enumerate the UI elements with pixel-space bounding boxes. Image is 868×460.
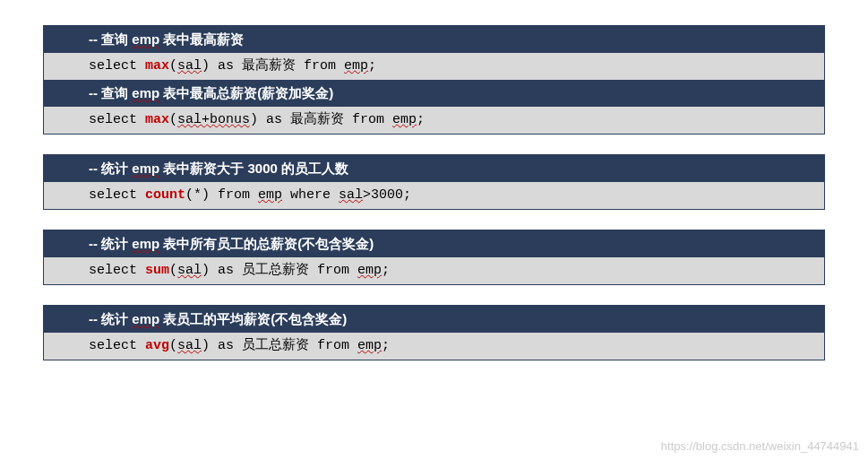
code-block: -- 统计 emp 表中薪资大于 3000 的员工人数select count(… (43, 154, 825, 210)
code-text: (*) from (185, 187, 258, 203)
code-row: select avg(sal) as 员工总薪资 from emp; (44, 333, 824, 360)
code-text: -- 查询 (89, 85, 132, 100)
underlined-token: emp (132, 31, 159, 47)
code-text: ; (417, 112, 425, 127)
sql-keyword: sum (145, 263, 169, 278)
code-text: where (282, 187, 339, 203)
sql-keyword: count (145, 187, 185, 203)
code-row: select max(sal) as 最高薪资 from emp; (44, 53, 824, 80)
underlined-token: sal (339, 187, 363, 203)
code-text: ; (368, 58, 376, 74)
code-text: ) as 最高薪资 from (202, 58, 344, 74)
sql-keyword: avg (145, 338, 169, 353)
underlined-token: emp (132, 161, 159, 176)
underlined-token: sal (177, 58, 202, 74)
code-text: ) as 最高薪资 from (250, 112, 392, 127)
underlined-token: emp (344, 58, 368, 74)
code-text: -- 统计 (89, 311, 132, 326)
comment-row: -- 统计 emp 表员工的平均薪资(不包含奖金) (44, 306, 824, 333)
code-text: select (89, 58, 145, 74)
sql-keyword: max (145, 58, 169, 74)
comment-row: -- 统计 emp 表中薪资大于 3000 的员工人数 (44, 155, 824, 182)
code-text: 表中薪资大于 3000 的员工人数 (159, 161, 348, 176)
underlined-token: emp (357, 338, 382, 353)
code-text: 表中最高总薪资(薪资加奖金) (159, 85, 333, 100)
code-text: ( (169, 338, 177, 353)
code-text: ; (382, 263, 390, 278)
code-text: 表员工的平均薪资(不包含奖金) (159, 311, 347, 326)
code-text: ) as 员工总薪资 from (202, 338, 357, 353)
code-block: -- 统计 emp 表中所有员工的总薪资(不包含奖金)select sum(sa… (43, 230, 825, 285)
underlined-token: emp (132, 311, 159, 326)
code-row: select max(sal+bonus) as 最高薪资 from emp; (44, 107, 824, 134)
code-text: >3000; (363, 187, 411, 203)
code-text: select (89, 338, 145, 353)
code-text: select (89, 263, 145, 278)
comment-row: -- 查询 emp 表中最高总薪资(薪资加奖金) (44, 80, 824, 107)
code-text: select (89, 187, 145, 203)
underlined-token: emp (258, 187, 282, 203)
code-text: ( (169, 263, 177, 278)
underlined-token: emp (132, 85, 159, 100)
comment-row: -- 统计 emp 表中所有员工的总薪资(不包含奖金) (44, 230, 824, 257)
code-text: select (89, 112, 145, 127)
code-block: -- 查询 emp 表中最高薪资select max(sal) as 最高薪资 … (43, 25, 825, 135)
code-row: select count(*) from emp where sal>3000; (44, 182, 824, 209)
comment-row: -- 查询 emp 表中最高薪资 (44, 26, 824, 53)
code-text: -- 统计 (89, 161, 132, 176)
code-row: select sum(sal) as 员工总薪资 from emp; (44, 257, 824, 284)
code-text: ( (169, 58, 177, 74)
code-block: -- 统计 emp 表员工的平均薪资(不包含奖金)select avg(sal)… (43, 305, 825, 360)
underlined-token: sal (177, 338, 202, 353)
underlined-token: emp (392, 112, 417, 127)
code-text: 表中最高薪资 (159, 31, 244, 47)
underlined-token: emp (357, 263, 382, 278)
watermark-text: https://blog.csdn.net/weixin_44744941 (661, 439, 859, 453)
code-text: ) as 员工总薪资 from (202, 263, 357, 278)
underlined-token: sal+bonus (177, 112, 250, 127)
code-text: 表中所有员工的总薪资(不包含奖金) (159, 236, 374, 251)
sql-keyword: max (145, 112, 169, 127)
code-text: ( (169, 112, 177, 127)
code-text: -- 统计 (89, 236, 132, 251)
underlined-token: emp (132, 236, 159, 251)
underlined-token: sal (177, 263, 202, 278)
code-text: -- 查询 (89, 31, 132, 47)
code-text: ; (382, 338, 390, 353)
